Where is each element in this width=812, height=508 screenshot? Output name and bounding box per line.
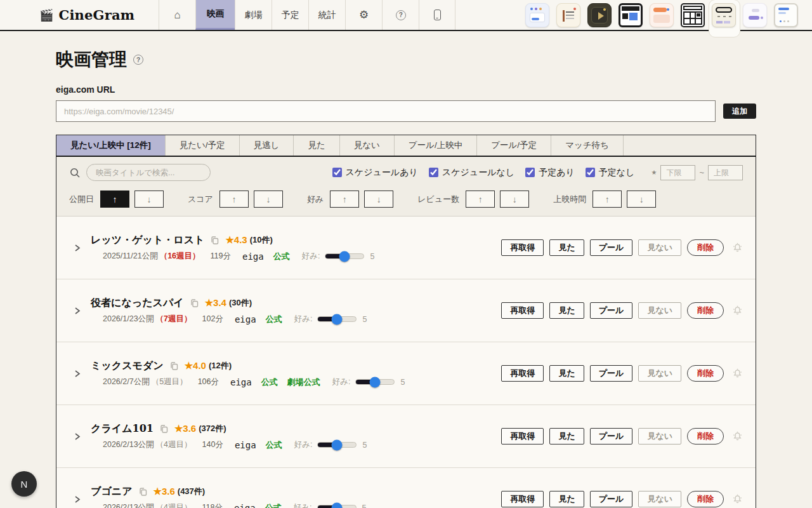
eiga-link[interactable]: eiga [242, 251, 264, 262]
eiga-link[interactable]: eiga [230, 377, 252, 387]
slider-thumb[interactable] [370, 377, 381, 387]
copy-icon[interactable] [190, 298, 199, 308]
pool-button[interactable]: プール [590, 302, 633, 319]
home-icon[interactable]: ⌂ [159, 0, 195, 30]
watched-button[interactable]: 見た [549, 491, 584, 507]
expand-chevron-icon[interactable] [73, 495, 81, 504]
video-player-app-icon[interactable] [587, 3, 612, 27]
copy-icon[interactable] [159, 424, 169, 434]
schedule-no-checkbox[interactable] [429, 168, 438, 177]
plan-yes-checkbox[interactable] [525, 168, 535, 177]
bell-notification-icon[interactable] [732, 368, 743, 379]
nav-item-schedule[interactable]: 予定 [272, 0, 308, 30]
checkbox-schedule-no[interactable]: スケジュールなし [429, 167, 514, 178]
official-site-link[interactable]: 公式 [266, 439, 282, 451]
mobile-icon[interactable] [419, 0, 455, 30]
movie-url-input[interactable] [56, 100, 716, 122]
sort-runtime-desc-button[interactable]: ↓ [627, 190, 656, 208]
skip-button[interactable]: 見ない [638, 428, 681, 444]
plan-no-checkbox[interactable] [586, 168, 595, 177]
slider-thumb[interactable] [331, 502, 342, 508]
tab-match-waiting[interactable]: マッチ待ち [551, 135, 624, 156]
bell-notification-icon[interactable] [732, 305, 743, 316]
sort-preference-desc-button[interactable]: ↓ [364, 190, 393, 208]
tab-pool-now-showing[interactable]: プール/上映中 [395, 135, 477, 156]
sort-reviews-desc-button[interactable]: ↓ [500, 190, 529, 208]
refetch-button[interactable]: 再取得 [501, 239, 544, 256]
slider-thumb[interactable] [339, 251, 350, 262]
refetch-button[interactable]: 再取得 [501, 302, 544, 319]
delete-button[interactable]: 削除 [687, 239, 724, 256]
pool-button[interactable]: プール [590, 428, 633, 444]
slider-thumb[interactable] [332, 439, 343, 450]
sort-score-desc-button[interactable]: ↓ [254, 190, 283, 208]
official-site-link[interactable]: 公式 [273, 251, 290, 262]
copy-icon[interactable] [169, 361, 179, 371]
nav-item-movies[interactable]: 映画 [195, 0, 235, 30]
rating-min-input[interactable] [660, 165, 695, 180]
preference-slider[interactable] [317, 505, 357, 508]
preference-slider[interactable] [355, 379, 395, 385]
tab-missed[interactable]: 見逃し [240, 135, 294, 156]
bell-notification-icon[interactable] [732, 494, 743, 505]
watched-button[interactable]: 見た [549, 302, 584, 319]
preference-slider[interactable] [317, 442, 357, 448]
widgets-app-icon[interactable] [525, 3, 549, 27]
skip-button[interactable]: 見ない [638, 491, 681, 507]
checkbox-schedule-yes[interactable]: スケジュールあり [332, 167, 418, 178]
settings-gear-icon[interactable]: ⚙ [345, 0, 382, 30]
preference-slider[interactable] [317, 316, 357, 322]
official-site-link[interactable]: 公式 [261, 377, 278, 388]
pool-button[interactable]: プール [590, 491, 633, 507]
tab-watched[interactable]: 見た [294, 135, 339, 156]
sort-reviews-asc-button[interactable]: ↑ [466, 190, 495, 208]
slider-thumb[interactable] [332, 314, 343, 324]
preference-slider[interactable] [325, 253, 364, 259]
refetch-button[interactable]: 再取得 [501, 428, 544, 444]
help-icon[interactable]: ? [382, 0, 419, 30]
watched-button[interactable]: 見た [549, 239, 584, 256]
pool-button[interactable]: プール [590, 365, 633, 382]
app-logo[interactable]: 🎬 CineGram [39, 0, 134, 30]
fab-n-button[interactable]: N [11, 471, 37, 497]
sort-runtime-asc-button[interactable]: ↑ [593, 190, 622, 208]
add-movie-button[interactable]: 追加 [723, 104, 756, 119]
sort-release-desc-button[interactable]: ↓ [134, 190, 164, 208]
delete-button[interactable]: 削除 [687, 365, 724, 382]
expand-chevron-icon[interactable] [73, 369, 81, 378]
copy-icon[interactable] [210, 236, 219, 245]
layout-app-icon[interactable] [619, 3, 643, 27]
tab-pool-upcoming[interactable]: プール/予定 [477, 135, 551, 156]
rating-max-input[interactable] [708, 165, 743, 180]
theater-official-link[interactable]: 劇場公式 [287, 377, 320, 388]
watched-button[interactable]: 見た [549, 428, 584, 444]
bell-notification-icon[interactable] [732, 243, 743, 253]
delete-button[interactable]: 削除 [687, 302, 724, 319]
eiga-link[interactable]: eiga [235, 440, 256, 450]
expand-chevron-icon[interactable] [73, 432, 81, 441]
refetch-button[interactable]: 再取得 [501, 491, 544, 507]
eiga-link[interactable]: eiga [234, 503, 256, 508]
official-site-link[interactable]: 公式 [266, 314, 282, 325]
tab-skip[interactable]: 見ない [340, 135, 395, 156]
title-search-input[interactable] [86, 164, 211, 181]
tasks-app-icon[interactable] [743, 3, 767, 27]
delete-button[interactable]: 削除 [687, 491, 724, 507]
bell-notification-icon[interactable] [732, 431, 743, 442]
checkbox-plan-no[interactable]: 予定なし [586, 167, 635, 178]
tab-want-now-showing[interactable]: 見たい/上映中 [12件] [56, 135, 166, 156]
sort-score-asc-button[interactable]: ↑ [219, 190, 249, 208]
eiga-link[interactable]: eiga [235, 314, 256, 324]
nav-item-theaters[interactable]: 劇場 [235, 0, 272, 30]
title-help-icon[interactable]: ? [133, 55, 143, 65]
browser-app-icon[interactable] [650, 3, 674, 27]
skip-button[interactable]: 見ない [638, 239, 681, 256]
watched-button[interactable]: 見た [549, 365, 584, 382]
sort-release-asc-button[interactable]: ↑ [100, 190, 129, 208]
table-app-icon-selected[interactable] [712, 3, 736, 27]
checkbox-plan-yes[interactable]: 予定あり [525, 167, 575, 178]
expand-chevron-icon[interactable] [73, 243, 81, 253]
sort-preference-asc-button[interactable]: ↑ [330, 190, 359, 208]
nav-item-stats[interactable]: 統計 [308, 0, 345, 30]
schedule-yes-checkbox[interactable] [332, 168, 342, 177]
